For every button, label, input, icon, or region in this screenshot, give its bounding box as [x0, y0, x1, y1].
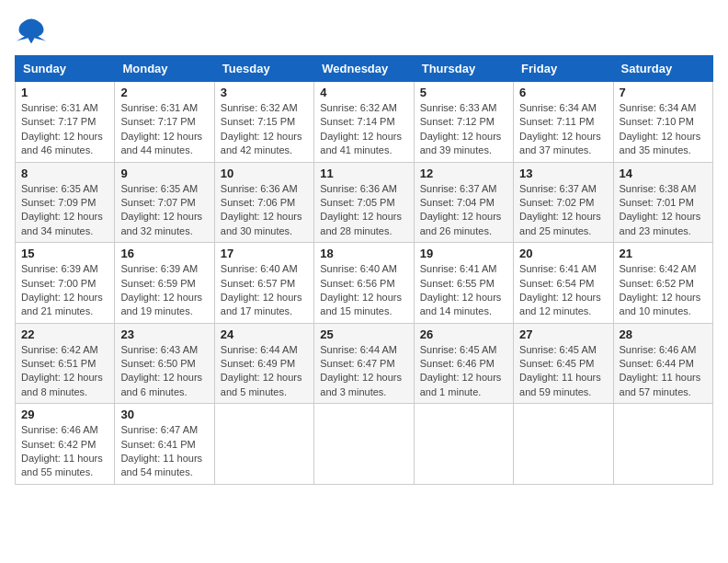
day-number: 17	[221, 247, 308, 260]
day-number: 23	[120, 327, 208, 341]
calendar-day: 10Sunrise: 6:36 AMSunset: 7:06 PMDayligh…	[214, 162, 313, 243]
calendar-week: 8Sunrise: 6:35 AMSunset: 7:09 PMDaylight…	[16, 162, 713, 243]
day-number: 28	[620, 327, 707, 341]
day-number: 21	[620, 247, 707, 260]
day-info: Sunrise: 6:39 AMSunset: 6:59 PMDaylight:…	[120, 262, 208, 319]
day-number: 24	[221, 327, 308, 341]
day-number: 25	[320, 327, 407, 341]
calendar-day: 20Sunrise: 6:41 AMSunset: 6:54 PMDayligh…	[514, 243, 613, 324]
day-info: Sunrise: 6:35 AMSunset: 7:09 PMDaylight:…	[21, 182, 108, 239]
weekday-header: Friday	[514, 56, 613, 82]
day-info: Sunrise: 6:32 AMSunset: 7:14 PMDaylight:…	[320, 101, 407, 158]
calendar-day	[613, 404, 712, 485]
day-info: Sunrise: 6:31 AMSunset: 7:17 PMDaylight:…	[120, 101, 208, 158]
day-info: Sunrise: 6:39 AMSunset: 7:00 PMDaylight:…	[21, 262, 108, 319]
day-number: 5	[420, 86, 507, 99]
day-info: Sunrise: 6:40 AMSunset: 6:56 PMDaylight:…	[320, 262, 407, 319]
day-number: 19	[420, 247, 507, 260]
calendar-week: 1Sunrise: 6:31 AMSunset: 7:17 PMDaylight…	[16, 82, 713, 163]
day-info: Sunrise: 6:46 AMSunset: 6:42 PMDaylight:…	[21, 423, 108, 480]
day-number: 10	[221, 167, 308, 180]
day-info: Sunrise: 6:46 AMSunset: 6:44 PMDaylight:…	[620, 343, 707, 400]
day-info: Sunrise: 6:34 AMSunset: 7:11 PMDaylight:…	[519, 101, 607, 158]
logo	[15, 15, 51, 48]
page-header	[15, 15, 713, 48]
day-number: 2	[120, 86, 208, 99]
day-info: Sunrise: 6:36 AMSunset: 7:05 PMDaylight:…	[320, 182, 407, 239]
day-info: Sunrise: 6:45 AMSunset: 6:45 PMDaylight:…	[519, 343, 607, 400]
calendar-day: 29Sunrise: 6:46 AMSunset: 6:42 PMDayligh…	[16, 404, 115, 485]
calendar-day	[414, 404, 513, 485]
calendar-day: 25Sunrise: 6:44 AMSunset: 6:47 PMDayligh…	[314, 323, 414, 404]
day-number: 11	[320, 167, 407, 180]
day-info: Sunrise: 6:41 AMSunset: 6:55 PMDaylight:…	[420, 262, 507, 319]
day-number: 7	[620, 86, 707, 99]
day-info: Sunrise: 6:42 AMSunset: 6:51 PMDaylight:…	[21, 343, 108, 400]
calendar-day: 30Sunrise: 6:47 AMSunset: 6:41 PMDayligh…	[115, 404, 214, 485]
calendar-day: 22Sunrise: 6:42 AMSunset: 6:51 PMDayligh…	[16, 323, 115, 404]
day-info: Sunrise: 6:35 AMSunset: 7:07 PMDaylight:…	[120, 182, 208, 239]
calendar-day: 21Sunrise: 6:42 AMSunset: 6:52 PMDayligh…	[613, 243, 712, 324]
day-info: Sunrise: 6:38 AMSunset: 7:01 PMDaylight:…	[620, 182, 707, 239]
day-info: Sunrise: 6:36 AMSunset: 7:06 PMDaylight:…	[221, 182, 308, 239]
calendar-day: 4Sunrise: 6:32 AMSunset: 7:14 PMDaylight…	[314, 82, 414, 163]
calendar-day: 7Sunrise: 6:34 AMSunset: 7:10 PMDaylight…	[613, 82, 712, 163]
weekday-header: Saturday	[613, 56, 712, 82]
calendar-day: 3Sunrise: 6:32 AMSunset: 7:15 PMDaylight…	[214, 82, 313, 163]
day-number: 9	[120, 167, 208, 180]
day-info: Sunrise: 6:37 AMSunset: 7:02 PMDaylight:…	[519, 182, 607, 239]
calendar-day: 5Sunrise: 6:33 AMSunset: 7:12 PMDaylight…	[414, 82, 513, 163]
day-number: 13	[519, 167, 607, 180]
day-number: 30	[120, 408, 208, 421]
day-info: Sunrise: 6:44 AMSunset: 6:49 PMDaylight:…	[221, 343, 308, 400]
day-number: 3	[221, 86, 308, 99]
day-info: Sunrise: 6:44 AMSunset: 6:47 PMDaylight:…	[320, 343, 407, 400]
day-number: 14	[620, 167, 707, 180]
calendar-day: 17Sunrise: 6:40 AMSunset: 6:57 PMDayligh…	[214, 243, 313, 324]
day-info: Sunrise: 6:34 AMSunset: 7:10 PMDaylight:…	[620, 101, 707, 158]
day-info: Sunrise: 6:45 AMSunset: 6:46 PMDaylight:…	[420, 343, 507, 400]
calendar-day: 13Sunrise: 6:37 AMSunset: 7:02 PMDayligh…	[514, 162, 613, 243]
calendar-day: 28Sunrise: 6:46 AMSunset: 6:44 PMDayligh…	[613, 323, 712, 404]
day-number: 18	[320, 247, 407, 260]
day-info: Sunrise: 6:37 AMSunset: 7:04 PMDaylight:…	[420, 182, 507, 239]
weekday-header: Thursday	[414, 56, 513, 82]
logo-icon	[15, 15, 48, 48]
day-number: 22	[21, 327, 108, 341]
day-number: 8	[21, 167, 108, 180]
calendar-day	[514, 404, 613, 485]
day-number: 20	[519, 247, 607, 260]
calendar-day: 26Sunrise: 6:45 AMSunset: 6:46 PMDayligh…	[414, 323, 513, 404]
day-number: 27	[519, 327, 607, 341]
calendar-day: 14Sunrise: 6:38 AMSunset: 7:01 PMDayligh…	[613, 162, 712, 243]
day-info: Sunrise: 6:41 AMSunset: 6:54 PMDaylight:…	[519, 262, 607, 319]
day-number: 16	[120, 247, 208, 260]
calendar-day: 2Sunrise: 6:31 AMSunset: 7:17 PMDaylight…	[115, 82, 214, 163]
calendar-day: 15Sunrise: 6:39 AMSunset: 7:00 PMDayligh…	[16, 243, 115, 324]
day-number: 15	[21, 247, 108, 260]
calendar-day	[214, 404, 313, 485]
day-number: 12	[420, 167, 507, 180]
calendar-day: 27Sunrise: 6:45 AMSunset: 6:45 PMDayligh…	[514, 323, 613, 404]
calendar-day: 18Sunrise: 6:40 AMSunset: 6:56 PMDayligh…	[314, 243, 414, 324]
calendar-week: 15Sunrise: 6:39 AMSunset: 7:00 PMDayligh…	[16, 243, 713, 324]
day-info: Sunrise: 6:43 AMSunset: 6:50 PMDaylight:…	[120, 343, 208, 400]
day-number: 6	[519, 86, 607, 99]
calendar-day: 11Sunrise: 6:36 AMSunset: 7:05 PMDayligh…	[314, 162, 414, 243]
calendar-table: SundayMondayTuesdayWednesdayThursdayFrid…	[15, 55, 713, 485]
day-number: 4	[320, 86, 407, 99]
calendar-day: 23Sunrise: 6:43 AMSunset: 6:50 PMDayligh…	[115, 323, 214, 404]
calendar-week: 29Sunrise: 6:46 AMSunset: 6:42 PMDayligh…	[16, 404, 713, 485]
day-info: Sunrise: 6:31 AMSunset: 7:17 PMDaylight:…	[21, 101, 108, 158]
day-number: 29	[21, 408, 108, 421]
day-info: Sunrise: 6:42 AMSunset: 6:52 PMDaylight:…	[620, 262, 707, 319]
day-number: 1	[21, 86, 108, 99]
day-info: Sunrise: 6:32 AMSunset: 7:15 PMDaylight:…	[221, 101, 308, 158]
weekday-header: Tuesday	[214, 56, 313, 82]
calendar-day: 6Sunrise: 6:34 AMSunset: 7:11 PMDaylight…	[514, 82, 613, 163]
weekday-header: Sunday	[16, 56, 115, 82]
calendar-day: 19Sunrise: 6:41 AMSunset: 6:55 PMDayligh…	[414, 243, 513, 324]
day-info: Sunrise: 6:40 AMSunset: 6:57 PMDaylight:…	[221, 262, 308, 319]
calendar-day: 12Sunrise: 6:37 AMSunset: 7:04 PMDayligh…	[414, 162, 513, 243]
day-number: 26	[420, 327, 507, 341]
